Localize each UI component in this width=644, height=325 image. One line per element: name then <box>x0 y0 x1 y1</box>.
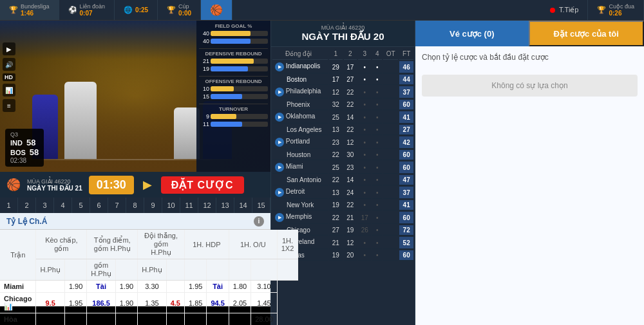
cup-icon: 🏆 <box>167 6 176 14</box>
score-row[interactable]: ▶ Portland 23 12 • • 42 <box>272 136 413 149</box>
number-cell-11[interactable]: 11 <box>180 198 198 213</box>
live-dot-icon <box>550 8 555 13</box>
score-row[interactable]: San Antonio 22 14 • • 47 <box>272 175 413 185</box>
nav-ttiep[interactable]: Vé cược (0) T.Tiếp <box>541 0 588 20</box>
nav-cuocdua[interactable]: 🏆 Cuộc đua 0:26 <box>588 0 644 20</box>
stats-panel: FIELD GOAL % 40 40 DEFENSIVE RE <box>196 21 270 172</box>
col-tong-header: Tổng điểm,gồm H.Phụ <box>87 230 138 259</box>
score-row[interactable]: Houston 22 30 • • 60 <box>272 150 413 160</box>
soccer-icon: ⚽ <box>68 6 77 14</box>
keo-h-header: H.Phụ <box>36 259 64 281</box>
top-nav: 🏆 Bundesliga 1:46 ⚽ Liên đoàn 0:07 🌐 0:2… <box>0 0 644 21</box>
list-control[interactable]: ≡ <box>3 99 15 112</box>
number-cell-1[interactable]: 1 <box>0 198 18 213</box>
x2-header <box>277 259 298 281</box>
bet-day: NGÀY THI ĐẤU 21 <box>27 185 82 192</box>
play-icon[interactable]: ▶ <box>275 213 284 222</box>
score-row[interactable]: Los Angeles 13 22 • • 27 <box>272 125 413 135</box>
video-area: ▶ 🔊 HD 📊 ≡ Q3 IND 58 BOS 58 02:38 <box>0 21 270 172</box>
col-tran-header: Trận <box>0 230 36 281</box>
dat-cuoc-button[interactable]: ĐẶT CƯỢC <box>161 176 244 194</box>
keo-odds-header <box>64 259 86 281</box>
number-cell-5[interactable]: 5 <box>72 198 90 213</box>
play-icon[interactable]: ▶ <box>275 62 284 71</box>
play-icon[interactable]: ▶ <box>275 138 284 147</box>
number-cell-10[interactable]: 10 <box>162 198 180 213</box>
voucher-button[interactable]: Vé cược (0) <box>415 21 529 46</box>
number-cell-12[interactable]: 12 <box>198 198 216 213</box>
number-cell-3[interactable]: 3 <box>36 198 54 213</box>
score-row[interactable]: ▶ Philadelphia 12 22 • • 37 <box>272 86 413 98</box>
doi-h-header: H.Phụ <box>138 259 166 281</box>
number-cell-13[interactable]: 13 <box>216 198 234 213</box>
bundesliga-icon: 🏆 <box>9 6 18 14</box>
nav-bundesliga[interactable]: 🏆 Bundesliga 1:46 <box>0 0 59 20</box>
bet-table-row[interactable]: Chicago 📊 9.5 1.95 186.5 1.90 1.35 4.5 1… <box>0 293 298 313</box>
hd-badge[interactable]: HD <box>3 73 15 81</box>
bet-time: 01:30 <box>89 176 134 194</box>
nav-cup[interactable]: 🏆 Cúp 0:00 <box>158 0 201 20</box>
nav-liendoan[interactable]: ⚽ Liên đoàn 0:07 <box>59 0 115 20</box>
no-selection-box: Không có sự lựa chọn <box>422 75 638 97</box>
play-icon[interactable]: ▶ <box>275 188 284 197</box>
team1-score: 58 <box>26 138 35 147</box>
right-panel: Vé cược (0) Đặt cược của tôi Chọn tỷ lệ … <box>415 21 644 325</box>
tong-h-header: gồm H.Phụ <box>87 259 115 281</box>
play-control[interactable]: ▶ <box>3 42 15 55</box>
team1-abbr: IND <box>10 139 23 147</box>
number-cell-8[interactable]: 8 <box>126 198 144 213</box>
bet-table-row[interactable]: Hòa 28.00 <box>0 313 298 326</box>
number-cell-14[interactable]: 14 <box>234 198 252 213</box>
number-cell-2[interactable]: 2 <box>18 198 36 213</box>
right-top-buttons: Vé cược (0) Đặt cược của tôi <box>415 21 644 46</box>
field-goal-label: FIELD GOAL % <box>199 23 268 29</box>
place-bet-button[interactable]: Đặt cược của tôi <box>529 21 645 46</box>
score-row[interactable]: ▶ Miami 25 23 • • 60 <box>272 162 413 174</box>
bet-season: MÙA GIẢI 46220 <box>27 178 82 185</box>
score-overlay: Q3 IND 58 BOS 58 02:38 <box>5 129 44 167</box>
col-doi-header: Đội thắng, gồmH.Phụ <box>138 230 185 259</box>
doi-odds-header <box>166 259 184 281</box>
arrow-icon: ▶ <box>143 178 152 192</box>
nav-globe[interactable]: 🌐 0:25 <box>115 0 158 20</box>
score-row[interactable]: ▶ Memphis 22 21 17 • 60 <box>272 212 413 224</box>
hdp-odds-header <box>207 259 229 281</box>
score-row[interactable]: ▶ Detroit 13 24 • • 37 <box>272 187 413 199</box>
number-cell-15[interactable]: 15 <box>252 198 270 213</box>
bet-table: Trận Kèo chấp, gồm Tổng điểm,gồm H.Phụ Đ… <box>0 230 298 325</box>
number-cell-7[interactable]: 7 <box>108 198 126 213</box>
number-row: 1234567891011121314151617181920212223242… <box>0 198 270 213</box>
score-row[interactable]: Boston 17 27 • • 44 <box>272 75 413 85</box>
ou-h-header <box>229 259 251 281</box>
chart-control[interactable]: 📊 <box>3 84 15 97</box>
scoreboard-header: MÙA GIẢI 46220 NGÀY THI ĐẤU 20 <box>271 21 415 47</box>
score-row[interactable]: ▶ Indianapolis 29 17 • • 46 <box>272 61 413 73</box>
team-col-header: Đồng đội <box>272 48 328 60</box>
score-row[interactable]: New York 19 22 • • 41 <box>272 200 413 210</box>
ou-odds-header <box>251 259 278 281</box>
team2-abbr: BOS <box>10 149 26 156</box>
tong-odds-header <box>115 259 137 281</box>
play-icon[interactable]: ▶ <box>275 88 284 97</box>
info-icon[interactable]: i <box>254 216 264 227</box>
number-cell-4[interactable]: 4 <box>54 198 72 213</box>
col-ou-header: 1H. O/U <box>229 230 277 259</box>
play-icon[interactable]: ▶ <box>275 113 284 122</box>
bottom-section: Tỷ Lệ Ch.Á i Trận Kèo chấp, gồm Tổng điể… <box>0 213 270 306</box>
left-panel: ▶ 🔊 HD 📊 ≡ Q3 IND 58 BOS 58 02:38 <box>0 21 270 325</box>
quarter-label: Q3 <box>10 131 39 138</box>
scoreboard-day: NGÀY THI ĐẤU 20 <box>276 31 410 42</box>
score-row[interactable]: ▶ Oklahoma 25 14 • • 41 <box>272 111 413 124</box>
offensive-rebound-label: OFFENSIVE REBOUND <box>199 79 268 84</box>
col-keo-header: Kèo chấp, gồm <box>36 230 87 259</box>
volume-control[interactable]: 🔊 <box>3 58 15 71</box>
number-cell-9[interactable]: 9 <box>144 198 162 213</box>
play-icon[interactable]: ▶ <box>275 163 284 172</box>
score-row[interactable]: Phoenix 32 22 • • 60 <box>272 100 413 110</box>
bet-ball-icon: 🏀 <box>6 178 21 192</box>
turnover-label: TURNOVER <box>199 106 268 112</box>
number-cell-6[interactable]: 6 <box>90 198 108 213</box>
bet-table-row[interactable]: Miami 1.90 Tài 1.90 3.30 1.95 Tài 1.80 3… <box>0 281 298 293</box>
nav-basketball[interactable]: 🏀 <box>201 0 232 20</box>
scoreboard-season: MÙA GIẢI 46220 <box>276 24 410 31</box>
